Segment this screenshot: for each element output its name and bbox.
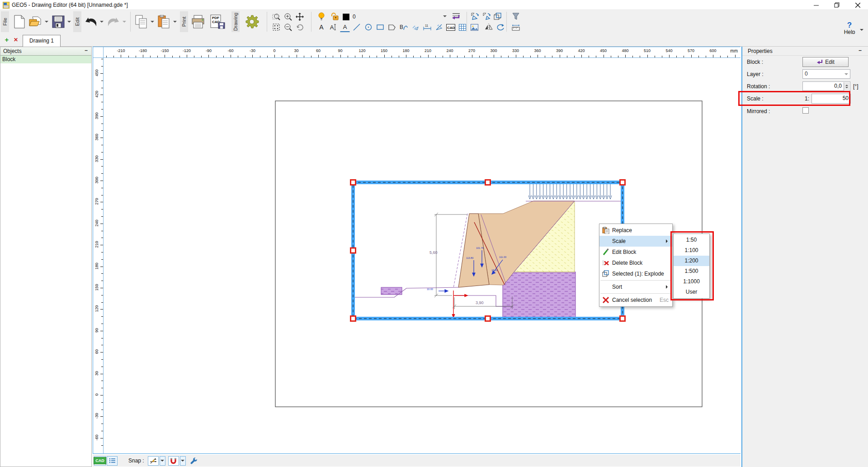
spline-tool-button[interactable]: B xyxy=(399,22,409,32)
open-file-dropdown[interactable] xyxy=(44,13,49,31)
angle-dimension-tool-button[interactable] xyxy=(434,22,444,32)
snap-grid-button[interactable] xyxy=(148,456,159,466)
save-dropdown[interactable] xyxy=(66,13,72,31)
h-ruler-tick xyxy=(530,56,531,57)
minimize-button[interactable] xyxy=(806,0,826,10)
text-tool-button[interactable]: A xyxy=(316,22,326,32)
scale-option-1-100[interactable]: 1:100 xyxy=(674,245,709,256)
close-drawing-button[interactable]: ✕ xyxy=(12,35,20,44)
h-ruler-tick xyxy=(538,55,538,57)
line-tool-button[interactable] xyxy=(352,22,362,32)
text-on-line-tool-button[interactable]: A xyxy=(340,22,350,32)
scale-option-user[interactable]: User xyxy=(674,287,709,297)
circle-tool-button[interactable] xyxy=(363,22,373,32)
menu-item-scale[interactable]: Scale xyxy=(599,236,672,247)
v-ruler-tick xyxy=(100,202,103,202)
list-toggle[interactable] xyxy=(107,456,118,466)
pan-button[interactable] xyxy=(295,12,305,22)
objects-collapse-button[interactable]: – xyxy=(85,47,88,53)
break-tool-button[interactable] xyxy=(410,22,420,32)
drawing-group-label[interactable]: Drawing xyxy=(231,11,240,32)
copy-button[interactable] xyxy=(134,14,149,30)
rotation-spinner[interactable] xyxy=(844,82,849,91)
lock-button[interactable] xyxy=(330,11,340,21)
new-drawing-button[interactable] xyxy=(12,14,27,30)
zoom-region-button[interactable] xyxy=(271,12,281,22)
rectangle-icon xyxy=(377,24,384,31)
copy-dropdown[interactable] xyxy=(150,13,155,31)
v-ruler-tick xyxy=(101,324,103,324)
measure-button[interactable] xyxy=(511,22,521,32)
paste-dropdown[interactable] xyxy=(172,13,178,31)
h-ruler-tick xyxy=(640,56,640,57)
h-ruler-tick xyxy=(596,56,596,57)
print-group-label[interactable]: Print xyxy=(180,11,188,32)
menu-item-selected-1-explode[interactable]: Selected (1): Explode xyxy=(599,268,672,279)
scale-input[interactable]: 50 xyxy=(811,94,851,104)
redo-dropdown[interactable] xyxy=(122,13,127,31)
h-ruler-label: 30 xyxy=(294,48,298,53)
pen-style-dropdown[interactable] xyxy=(442,10,448,23)
restore-button[interactable] xyxy=(826,0,847,10)
apply-properties-button[interactable] xyxy=(482,11,492,21)
snap-magnet-dropdown[interactable] xyxy=(180,456,186,466)
v-ruler-tick xyxy=(101,252,103,253)
add-drawing-button[interactable]: + xyxy=(3,35,11,44)
layer-dropdown[interactable]: 0 xyxy=(802,69,850,79)
tab-drawing-1[interactable]: Drawing 1 xyxy=(23,35,61,47)
polygon-tool-button[interactable] xyxy=(387,22,397,32)
insert-cad-button[interactable]: CAD xyxy=(446,22,456,32)
rotation-input[interactable]: 0,0 xyxy=(802,81,850,91)
scale-option-1-200[interactable]: 1:200 xyxy=(674,256,709,266)
mirror-button[interactable] xyxy=(484,22,494,32)
rectangle-tool-button[interactable] xyxy=(375,22,385,32)
paste-button[interactable] xyxy=(156,14,172,30)
settings-button[interactable] xyxy=(242,13,261,31)
snap-settings-button[interactable] xyxy=(189,456,199,466)
mirrored-checkbox[interactable] xyxy=(802,107,809,114)
zoom-in-button[interactable] xyxy=(283,12,293,22)
scale-option-1-1000[interactable]: 1:1000 xyxy=(674,276,709,287)
drawing-order-button[interactable] xyxy=(451,11,461,21)
object-list-item-block[interactable]: Block xyxy=(0,56,91,63)
v-ruler-label: 330 xyxy=(94,155,99,163)
redo-button[interactable] xyxy=(106,14,121,30)
edit-block-button[interactable]: Edit xyxy=(802,57,849,67)
properties-collapse-button[interactable]: – xyxy=(859,47,862,53)
text-box-tool-button[interactable]: A xyxy=(328,22,338,32)
help-button[interactable]: ? Help xyxy=(839,22,860,35)
menu-item-delete-block[interactable]: Delete Block xyxy=(599,257,672,268)
filter-button[interactable] xyxy=(511,11,521,21)
file-group-label[interactable]: File xyxy=(1,11,9,32)
undo-button[interactable] xyxy=(83,14,99,30)
snap-magnet-button[interactable] xyxy=(168,456,179,466)
zoom-out-button[interactable] xyxy=(283,22,293,32)
insert-table-button[interactable] xyxy=(458,22,467,32)
close-button[interactable] xyxy=(847,0,868,10)
menu-item-cancel-selection[interactable]: Cancel selectionEsc xyxy=(599,295,672,305)
zoom-previous-button[interactable] xyxy=(295,22,305,32)
pen-color-swatch[interactable] xyxy=(342,13,350,21)
scale-option-1-500[interactable]: 1:500 xyxy=(674,266,709,276)
open-file-button[interactable] xyxy=(28,14,43,30)
scale-option-1-50[interactable]: 1:50 xyxy=(674,235,709,245)
menu-item-replace[interactable]: Replace xyxy=(599,225,672,236)
menu-item-sort[interactable]: Sort xyxy=(599,281,672,292)
svg-text:CAD: CAD xyxy=(447,25,455,29)
dimension-tool-button[interactable]: 11 xyxy=(422,22,432,32)
edit-group-label[interactable]: Edit xyxy=(73,11,81,32)
save-button[interactable] xyxy=(51,14,66,30)
explode-block-button[interactable] xyxy=(493,11,503,21)
visibility-bulb-button[interactable] xyxy=(316,11,326,21)
zoom-fit-button[interactable] xyxy=(271,22,281,32)
rotate-button[interactable] xyxy=(495,22,505,32)
export-pdf-cad-button[interactable]: PDF CAD xyxy=(209,14,227,30)
h-ruler-label: -60 xyxy=(227,48,233,53)
menu-item-edit-block[interactable]: Edit Block xyxy=(599,247,672,257)
undo-dropdown[interactable] xyxy=(99,13,104,31)
snap-grid-dropdown[interactable] xyxy=(160,456,165,466)
insert-image-button[interactable] xyxy=(469,22,479,32)
print-button[interactable] xyxy=(190,14,206,30)
cad-mode-toggle[interactable]: CAD xyxy=(94,456,106,466)
copy-properties-button[interactable] xyxy=(470,11,480,21)
